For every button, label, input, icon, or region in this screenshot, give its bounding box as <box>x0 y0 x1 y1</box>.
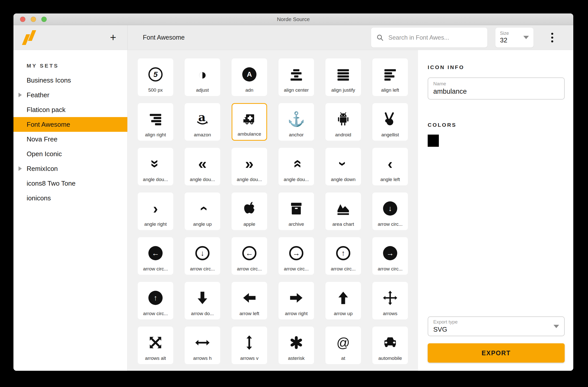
apple-icon <box>233 196 266 221</box>
icon-cell[interactable]: Aadn <box>232 58 267 96</box>
sidebar-item-open-iconic[interactable]: Open Iconic <box>13 147 127 161</box>
icon-cell[interactable]: arrow up <box>325 282 361 319</box>
icon-cell-label: angle down <box>331 177 355 182</box>
icon-cell[interactable]: »angle dou... <box>232 148 267 185</box>
icon-cell[interactable]: arrow do... <box>185 282 220 319</box>
arrow-circle-left-icon: ← <box>139 240 172 266</box>
angle-up-icon: › <box>186 196 219 221</box>
icon-cell[interactable]: arrow left <box>232 282 267 319</box>
icon-cell[interactable]: »angle dou... <box>279 148 314 185</box>
icon-cell[interactable]: archive <box>279 192 314 230</box>
sidebar-item-flaticon-pack[interactable]: Flaticon pack <box>13 102 127 117</box>
name-field[interactable]: Name ambulance <box>428 77 565 100</box>
icon-cell[interactable]: area chart <box>325 192 361 230</box>
icon-cell[interactable]: arrows h <box>185 327 220 364</box>
icon-cell[interactable]: →arrow circ... <box>372 237 408 275</box>
icon-cell[interactable]: arrow right <box>279 282 314 319</box>
zoom-window-button[interactable] <box>41 17 47 22</box>
search-input[interactable] <box>388 34 482 41</box>
icon-cell-label: adjust <box>196 87 209 93</box>
icon-cell[interactable]: align center <box>279 58 314 96</box>
icon-cell[interactable]: →arrow circ... <box>279 237 314 275</box>
icon-cell-label: align left <box>381 87 399 93</box>
icon-cell[interactable]: arrows <box>372 282 408 319</box>
sidebar-item-label: ionicons <box>27 194 51 202</box>
icon-cell[interactable]: align left <box>372 58 408 96</box>
icon-cell[interactable]: 5500 px <box>138 58 173 96</box>
icon-cell[interactable]: ⚓anchor <box>279 103 314 141</box>
sidebar-item-remixicon[interactable]: RemixIcon <box>13 161 127 176</box>
icon-cell[interactable]: ‹angle left <box>372 148 408 185</box>
colors-title: COLORS <box>428 122 573 128</box>
angle-down-icon: › <box>327 151 359 177</box>
icon-cell[interactable]: ↓arrow circ... <box>185 237 220 275</box>
arrow-circle-o-left-icon: ← <box>233 240 266 266</box>
sidebar-item-label: Open Iconic <box>27 150 62 158</box>
icon-cell[interactable]: ›angle down <box>325 148 361 185</box>
name-field-label: Name <box>433 81 559 87</box>
icon-cell[interactable]: ←arrow circ... <box>232 237 267 275</box>
icon-cell[interactable]: align right <box>138 103 173 141</box>
sidebar-item-icons8-two-tone[interactable]: icons8 Two Tone <box>13 176 127 191</box>
icon-cell[interactable]: ↑arrow circ... <box>325 237 361 275</box>
icon-cell[interactable]: ←arrow circ... <box>138 237 173 275</box>
expand-caret-icon[interactable] <box>19 93 22 97</box>
icon-cell[interactable]: @at <box>325 327 361 364</box>
icon-cell[interactable]: ›angle up <box>185 192 220 230</box>
icon-cell[interactable]: »angle dou... <box>138 148 173 185</box>
icon-cell[interactable]: angellist <box>372 103 408 141</box>
sidebar-item-nova-free[interactable]: Nova Free <box>13 132 127 147</box>
export-button[interactable]: EXPORT <box>428 343 565 363</box>
icon-cell[interactable]: apple <box>232 192 267 230</box>
icon-cell-label: angellist <box>381 132 399 138</box>
color-swatch[interactable] <box>428 135 439 147</box>
sidebar-item-business-icons[interactable]: Business Icons <box>13 73 127 88</box>
more-options-button[interactable] <box>549 31 555 44</box>
app-window: Norde Source + Font Awesome Size 32 <box>13 13 573 371</box>
expand-caret-icon[interactable] <box>19 166 22 171</box>
angellist-icon <box>374 106 406 132</box>
icon-cell-label: automobile <box>378 356 402 361</box>
arrows-h-icon <box>186 330 219 356</box>
icon-cell[interactable]: ↓arrow circ... <box>372 192 408 230</box>
icon-cell-label: arrow circ... <box>378 221 403 227</box>
icon-cell-label: arrow circ... <box>237 266 262 272</box>
sidebar-item-font-awesome[interactable]: Font Awesome <box>13 117 127 132</box>
angle-double-down-icon: » <box>139 151 172 177</box>
area-chart-icon <box>327 196 359 221</box>
sidebar-item-ionicons[interactable]: ionicons <box>13 191 127 205</box>
icon-cell-label: arrows h <box>193 356 212 361</box>
icon-cell[interactable]: automobile <box>372 327 408 364</box>
icon-cell[interactable]: ›angle right <box>138 192 173 230</box>
sidebar-item-label: Feather <box>27 91 49 99</box>
icon-cell[interactable]: arrows v <box>232 327 267 364</box>
icon-cell[interactable]: asterisk <box>279 327 314 364</box>
sidebar-item-label: Font Awesome <box>27 121 70 128</box>
add-set-button[interactable]: + <box>110 32 116 43</box>
icon-cell[interactable]: align justify <box>325 58 361 96</box>
icon-cell-label: apple <box>244 221 255 227</box>
adn-icon: A <box>233 61 266 87</box>
align-right-icon <box>139 106 172 132</box>
close-window-button[interactable] <box>20 17 25 22</box>
icon-grid-area: 5500 px◑adjustAadnalign centeralign just… <box>128 50 418 371</box>
icon-cell[interactable]: ambulance <box>232 103 267 141</box>
icon-cell-label: arrow circ... <box>331 266 356 272</box>
chevron-down-icon <box>523 36 529 39</box>
icon-cell[interactable]: android <box>325 103 361 141</box>
icon-cell-label: align center <box>284 87 309 93</box>
minimize-window-button[interactable] <box>31 17 36 22</box>
icon-cell[interactable]: «angle dou... <box>185 148 220 185</box>
icon-cell-label: arrows <box>383 311 397 316</box>
asterisk-icon <box>280 330 313 356</box>
icon-cell[interactable]: ◑adjust <box>185 58 220 96</box>
icon-cell[interactable]: ↑arrow circ... <box>138 282 173 319</box>
search-box[interactable] <box>371 28 487 47</box>
icon-cell-label: arrows alt <box>145 356 166 361</box>
export-type-dropdown[interactable]: Export type SVG <box>428 316 565 336</box>
icon-cell[interactable]: aamazon <box>185 103 220 141</box>
icon-cell[interactable]: arrows alt <box>138 327 173 364</box>
main-header: Font Awesome Size 32 <box>128 25 573 50</box>
sidebar-item-feather[interactable]: Feather <box>13 88 127 102</box>
size-dropdown[interactable]: Size 32 <box>495 28 533 47</box>
